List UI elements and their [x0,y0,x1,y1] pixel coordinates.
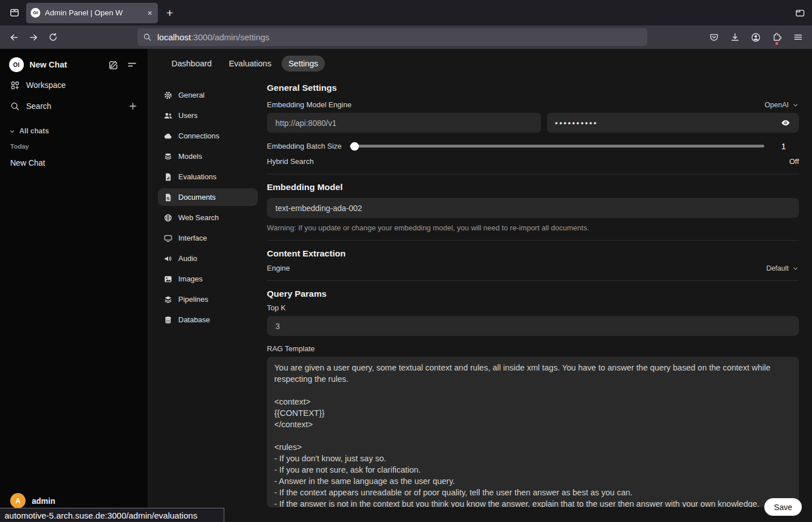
chevron-down-icon [792,102,799,108]
document-chart-icon [164,172,173,182]
settings-content: General Settings Embedding Model Engine … [267,83,799,522]
batch-size-slider[interactable] [350,145,764,148]
chats-section-today: Today [10,143,137,150]
settings-nav-evaluations[interactable]: Evaluations [158,168,258,186]
chat-list-item[interactable]: New Chat [6,154,142,171]
api-key-masked-value: •••••••••• [555,119,781,127]
search-icon [10,102,20,111]
all-chats-toggle[interactable]: All chats [9,125,139,137]
pocket-icon[interactable] [705,29,722,46]
settings-nav-label: Images [178,275,203,283]
tab-settings[interactable]: Settings [282,56,325,71]
layers-icon [164,295,173,304]
settings-nav-label: Documents [178,193,216,201]
embedding-model-value: text-embedding-ada-002 [275,204,362,213]
settings-nav-label: Connections [178,132,219,140]
cloud-icon [164,132,173,141]
sidebar-header: OI New Chat [6,56,142,74]
sidebar-item-search[interactable]: Search [6,96,142,116]
workspace-label: Workspace [26,81,66,90]
globe-icon [164,213,173,222]
divider [267,240,799,241]
admin-panel: Dashboard Evaluations Settings General U… [148,49,812,522]
settings-nav-label: Audio [178,254,197,263]
workspace-grid-icon [10,81,20,90]
forward-icon[interactable] [25,29,42,46]
extensions-icon[interactable] [768,29,785,46]
divider [267,280,799,281]
sidebar-toggle-icon[interactable] [125,58,139,71]
extraction-engine-label: Engine [267,264,290,272]
settings-nav-audio[interactable]: Audio [158,250,258,267]
back-icon[interactable] [6,29,23,46]
settings-nav-database[interactable]: Database [158,311,258,329]
settings-nav-web-search[interactable]: Web Search [158,209,258,226]
settings-nav-label: Pipelines [178,295,208,304]
api-url-input[interactable]: http://api:8080/v1 [267,113,541,133]
api-url-value: http://api:8080/v1 [275,119,336,128]
plus-icon[interactable] [128,102,137,111]
reload-icon[interactable] [44,29,61,46]
window-icon[interactable] [795,9,805,18]
hybrid-search-label: Hybrid Search [267,157,313,166]
top-k-input[interactable]: 3 [267,316,799,336]
sidebar-app-title: New Chat [30,60,101,69]
slider-thumb[interactable] [350,142,359,150]
new-tab-button[interactable]: + [161,5,178,22]
tab-dashboard[interactable]: Dashboard [165,56,219,71]
chat-sidebar: OI New Chat Workspace Search [0,49,148,522]
embedding-model-heading: Embedding Model [267,182,799,192]
eye-icon[interactable] [781,118,790,128]
new-chat-icon[interactable] [107,58,120,71]
embedding-engine-value: OpenAI [765,101,789,109]
settings-nav-interface[interactable]: Interface [158,229,258,247]
extraction-engine-select[interactable]: Default [766,264,799,272]
save-button[interactable]: Save [764,498,802,516]
settings-nav-label: General [178,91,204,99]
api-key-input[interactable]: •••••••••• [547,113,799,133]
downloads-icon[interactable] [726,29,743,46]
settings-nav-connections[interactable]: Connections [158,127,258,145]
rag-template-textarea[interactable]: You are given a user query, some textual… [267,357,799,507]
general-settings-heading: General Settings [267,83,799,93]
url-text: localhost:3000/admin/settings [157,32,270,42]
rag-template-label: RAG Template [267,344,799,353]
settings-nav-images[interactable]: Images [158,270,258,288]
firefox-view-icon[interactable] [5,3,24,23]
tab-evaluations[interactable]: Evaluations [222,56,278,71]
url-bar[interactable]: localhost:3000/admin/settings [137,28,647,46]
url-path: :3000/admin/settings [191,32,269,42]
settings-nav-models[interactable]: Models [158,148,258,165]
tab-close-icon[interactable]: × [147,9,153,18]
browser-tab-strip: OI Admin Panel | Open W × + [0,0,812,26]
avatar: A [10,493,26,508]
browser-tab[interactable]: OI Admin Panel | Open W × [26,3,158,23]
hybrid-search-toggle[interactable]: Off [789,157,799,166]
document-search-icon [164,193,173,202]
embedding-model-input[interactable]: text-embedding-ada-002 [267,198,799,218]
sidebar-item-workspace[interactable]: Workspace [6,75,142,95]
database-icon [164,315,173,325]
settings-nav-documents[interactable]: Documents [158,188,258,206]
menu-icon[interactable] [789,29,806,46]
toolbar-right-icons [705,29,806,46]
settings-nav-label: Interface [178,234,207,242]
chevron-down-icon [9,128,15,134]
photo-icon [164,275,173,284]
search-label: Search [26,102,51,111]
batch-size-value: 1 [778,141,786,151]
settings-nav-general[interactable]: General [158,86,258,104]
settings-nav-pipelines[interactable]: Pipelines [158,291,258,308]
embedding-engine-select[interactable]: OpenAI [765,101,799,109]
openwebui-logo: OI [9,57,24,72]
extension-notification-dot [776,42,778,45]
embedding-engine-label: Embedding Model Engine [267,100,351,109]
settings-nav-label: Models [178,152,202,161]
account-icon[interactable] [747,29,764,46]
browser-toolbar: localhost:3000/admin/settings [0,26,812,49]
monitor-icon [164,234,173,243]
settings-nav-users[interactable]: Users [158,107,258,124]
speaker-icon [164,254,173,263]
status-bar-link-preview: automotive-5.arch.suse.de:3000/admin/eva… [0,508,224,522]
search-icon [143,33,152,41]
